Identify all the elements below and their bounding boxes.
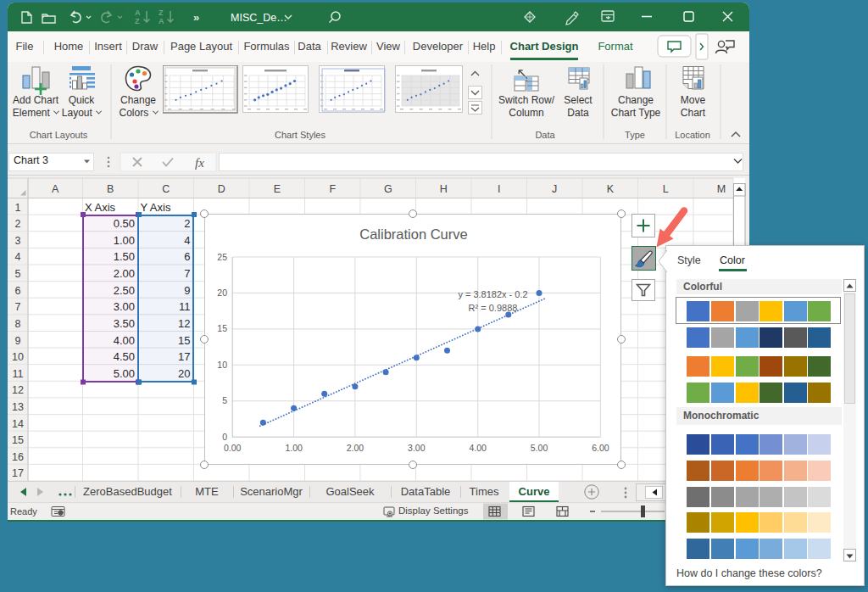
svg-text:fx: fx [195,156,204,170]
svg-text:5.00: 5.00 [531,443,548,453]
svg-text:R² = 0.9888: R² = 0.9888 [469,303,518,313]
svg-text:3.00: 3.00 [408,443,426,453]
svg-text:y = 3.8182x - 0.2: y = 3.8182x - 0.2 [458,289,527,299]
svg-text:»: » [193,11,199,24]
svg-text:6.00: 6.00 [592,443,609,453]
svg-text:Calibration Curve: Calibration Curve [359,226,467,242]
svg-text:10: 10 [217,360,227,370]
svg-text:4.00: 4.00 [469,443,487,453]
svg-text:0.00: 0.00 [224,443,242,453]
svg-text:15: 15 [217,323,227,333]
svg-text:Z: Z [159,8,164,17]
svg-text:Z: Z [135,17,140,25]
svg-text:2.00: 2.00 [347,443,364,453]
svg-text:25: 25 [217,252,227,262]
svg-text:20: 20 [217,288,227,298]
svg-text:1.00: 1.00 [285,443,303,453]
svg-text:A: A [135,8,141,17]
svg-text:MISC_De…: MISC_De… [231,12,287,24]
svg-text:0: 0 [222,432,227,442]
svg-text:5: 5 [222,395,227,405]
svg-text:A: A [159,17,164,25]
